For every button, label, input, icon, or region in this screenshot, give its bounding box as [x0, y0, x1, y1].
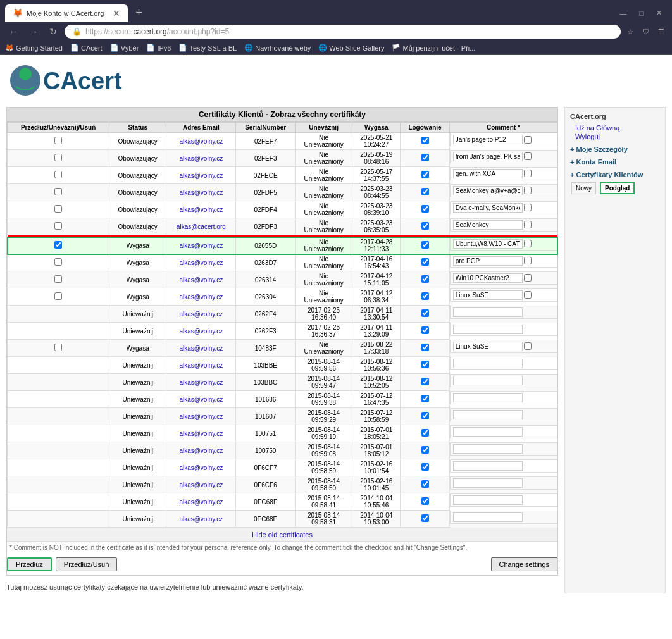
log-checkbox[interactable]	[421, 188, 429, 195]
email-link[interactable]: alkas@volny.cz	[179, 189, 223, 196]
comment-checkbox[interactable]	[524, 274, 532, 282]
bookmark-vyber[interactable]: 📄 Výběr	[110, 44, 139, 52]
comment-input[interactable]	[453, 203, 523, 213]
email-link[interactable]: alkas@volny.cz	[179, 413, 223, 420]
podglad-button[interactable]: Podgląd	[600, 182, 635, 194]
comment-checkbox[interactable]	[524, 291, 532, 299]
bookmark-navrhavane[interactable]: 🌐 Navrhované weby	[244, 44, 311, 52]
new-tab-button[interactable]: +	[130, 4, 147, 22]
comment-checkbox[interactable]	[524, 221, 532, 228]
sidebar-my-details[interactable]: + Moje Szczegóły	[570, 146, 660, 153]
comment-input[interactable]	[453, 152, 523, 161]
comment-checkbox[interactable]	[524, 170, 532, 177]
sidebar-main-link[interactable]: Idź na Główną	[575, 124, 660, 132]
row-checkbox[interactable]	[54, 222, 62, 230]
email-link[interactable]: alkas@volny.cz	[179, 328, 223, 335]
row-checkbox[interactable]	[54, 241, 62, 249]
log-checkbox[interactable]	[421, 222, 429, 230]
sidebar-konta-email[interactable]: + Konta Email	[570, 158, 660, 166]
comment-input[interactable]	[453, 359, 523, 368]
email-link[interactable]: alkas@volny.cz	[179, 396, 223, 403]
comment-input[interactable]	[453, 135, 523, 144]
email-link[interactable]: alkas@volny.cz	[179, 379, 223, 386]
sidebar-moje-szczegoly[interactable]: + Moje Szczegóły	[570, 146, 660, 153]
forward-button[interactable]: →	[25, 25, 42, 38]
row-checkbox[interactable]	[54, 344, 62, 351]
comment-checkbox[interactable]	[524, 240, 532, 247]
comment-input[interactable]	[453, 273, 523, 283]
log-checkbox[interactable]	[421, 154, 429, 161]
log-checkbox[interactable]	[421, 480, 429, 488]
tab-close-button[interactable]: ✕	[113, 8, 120, 18]
przedluz-usun-button[interactable]: Przedłuż/Usuń	[56, 557, 118, 571]
log-checkbox[interactable]	[421, 309, 429, 317]
email-link[interactable]: alkas@volny.cz	[179, 172, 223, 179]
window-minimize[interactable]: —	[614, 7, 632, 20]
bookmark-pension[interactable]: 🏳️ Můj penzijní účet - Při...	[392, 44, 475, 52]
log-checkbox[interactable]	[421, 344, 429, 351]
row-checkbox[interactable]	[54, 275, 62, 283]
bookmark-ipv6[interactable]: 📄 IPv6	[146, 44, 171, 52]
przedluz-button[interactable]: Przedłuż	[7, 557, 52, 571]
row-checkbox[interactable]	[54, 292, 62, 300]
comment-input[interactable]	[453, 342, 523, 351]
log-checkbox[interactable]	[421, 275, 429, 283]
row-checkbox[interactable]	[54, 205, 62, 213]
comment-checkbox[interactable]	[524, 152, 532, 160]
comment-input[interactable]	[453, 427, 523, 437]
comment-input[interactable]	[453, 325, 523, 334]
comment-input[interactable]	[453, 376, 523, 385]
comment-input[interactable]	[453, 444, 523, 454]
comment-input[interactable]	[453, 220, 523, 230]
log-checkbox[interactable]	[421, 378, 429, 385]
hide-old-certs[interactable]: Hide old certificates	[7, 528, 557, 541]
comment-input[interactable]	[453, 256, 523, 266]
log-checkbox[interactable]	[421, 171, 429, 178]
email-link[interactable]: alkas@volny.cz	[179, 464, 223, 471]
comment-input[interactable]	[453, 290, 523, 300]
log-checkbox[interactable]	[421, 446, 429, 454]
email-link[interactable]: alkas@volny.cz	[179, 242, 223, 249]
log-checkbox[interactable]	[421, 258, 429, 266]
refresh-button[interactable]: ↻	[46, 25, 61, 38]
email-link[interactable]: alkas@volny.cz	[179, 499, 223, 506]
row-checkbox[interactable]	[54, 154, 62, 161]
hide-old-link[interactable]: Hide old certificates	[252, 531, 313, 538]
sidebar-certyfikaty[interactable]: + Certyfikaty Klientów Nowy Podgląd	[570, 171, 660, 195]
sidebar-logout-link[interactable]: Wyloguj	[575, 133, 660, 140]
log-checkbox[interactable]	[421, 292, 429, 300]
window-maximize[interactable]: □	[634, 7, 649, 20]
bookmark-testy[interactable]: 📄 Testy SSL a BL	[178, 44, 237, 52]
window-close[interactable]: ✕	[651, 6, 667, 20]
email-link[interactable]: alkas@volny.cz	[179, 155, 223, 162]
comment-checkbox[interactable]	[524, 136, 532, 144]
menu-icon[interactable]: ☰	[656, 25, 667, 39]
change-settings-button[interactable]: Change settings	[491, 557, 558, 571]
bookmark-web-slice[interactable]: 🌐 Web Slice Gallery	[318, 44, 384, 52]
log-checkbox[interactable]	[421, 361, 429, 368]
nowy-button[interactable]: Nowy	[571, 182, 596, 194]
log-checkbox[interactable]	[421, 429, 429, 437]
comment-input[interactable]	[453, 461, 523, 471]
bookmark-cacert[interactable]: 📄 CAcert	[70, 44, 103, 52]
email-link[interactable]: alkas@volny.cz	[179, 516, 223, 523]
comment-checkbox[interactable]	[524, 342, 532, 350]
email-link[interactable]: alkas@volny.cz	[179, 138, 223, 145]
comment-input[interactable]	[453, 478, 523, 488]
active-tab[interactable]: 🦊 Moje Konto w CAcert.org ✕	[5, 4, 128, 22]
comment-input[interactable]	[453, 186, 523, 195]
comment-input[interactable]	[453, 512, 523, 522]
email-link[interactable]: alkas@volny.cz	[179, 276, 223, 283]
star-icon[interactable]: ☆	[625, 25, 636, 39]
bookmark-getting-started[interactable]: 🦊 Getting Started	[5, 44, 63, 52]
email-link[interactable]: alkas@volny.cz	[179, 206, 223, 213]
comment-input[interactable]	[453, 495, 523, 505]
log-checkbox[interactable]	[421, 395, 429, 402]
email-link[interactable]: alkas@cacert.org	[177, 223, 226, 230]
email-link[interactable]: alkas@volny.cz	[179, 311, 223, 318]
email-link[interactable]: alkas@volny.cz	[179, 481, 223, 488]
comment-checkbox[interactable]	[524, 257, 532, 264]
email-link[interactable]: alkas@volny.cz	[179, 259, 223, 266]
log-checkbox[interactable]	[421, 497, 429, 505]
comment-checkbox[interactable]	[524, 204, 532, 211]
